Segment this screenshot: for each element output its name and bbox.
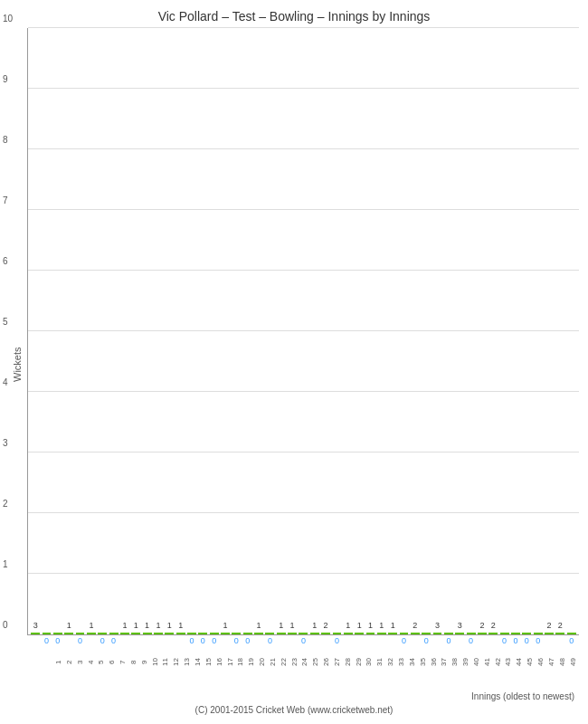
bar (43, 633, 52, 634)
bar-value-label: 1 (312, 621, 317, 630)
plot-area: 3001010011111100010010110120111110203030… (27, 28, 579, 635)
bar-group: 2 (477, 633, 488, 634)
bar (210, 633, 219, 634)
bar-group: 0 (41, 633, 52, 634)
chart-area: Wickets 30010100111111000100101101201111… (9, 28, 579, 701)
bar-group: 0 (74, 633, 85, 634)
x-tick-label: 38 (450, 637, 461, 687)
bar: 2 (488, 633, 498, 634)
x-tick-label: 34 (408, 637, 419, 687)
y-tick-label: 3 (3, 438, 8, 448)
bar-group: 1 (376, 633, 387, 634)
x-tick-label: 7 (119, 637, 129, 687)
bar: 1 (176, 633, 185, 634)
bar: 1 (310, 633, 319, 634)
bar-group: 0 (331, 633, 342, 634)
bar-group: 1 (164, 633, 175, 634)
x-tick-label: 19 (247, 637, 258, 687)
bar-group: 0 (421, 633, 432, 634)
x-tick-label: 10 (151, 637, 162, 687)
bar-value-label: 1 (391, 621, 395, 630)
bar-group: 0 (97, 633, 108, 634)
bar-group: 3 (30, 633, 41, 634)
bar (500, 633, 509, 634)
bar-value-label: 3 (33, 621, 38, 630)
y-tick-label: 2 (3, 499, 8, 509)
bar-group: 1 (365, 633, 375, 634)
bar-group: 2 (410, 633, 421, 634)
bar: 1 (377, 633, 386, 634)
bar (534, 633, 543, 634)
bar-group: 0 (231, 633, 242, 634)
bar: 1 (366, 633, 375, 634)
bar (522, 633, 531, 634)
y-axis-label: Wickets (9, 28, 25, 701)
x-tick-label: 11 (161, 637, 172, 687)
x-tick-label: 39 (461, 637, 472, 687)
y-tick-label: 9 (3, 74, 8, 84)
x-tick-label: 24 (300, 637, 311, 687)
x-tick-label: 44 (515, 637, 526, 687)
bar-group: 0 (566, 633, 577, 634)
bar-group: 1 (119, 633, 130, 634)
bar (187, 633, 196, 634)
x-tick-label: 6 (108, 637, 119, 687)
x-tick-label: 35 (419, 637, 430, 687)
bar-group: 2 (488, 633, 498, 634)
bar (109, 633, 119, 634)
bar-value-label: 2 (324, 621, 328, 630)
bar (299, 633, 308, 634)
bar (53, 633, 62, 634)
bar-value-label: 1 (89, 621, 93, 630)
bar-group: 0 (197, 633, 208, 634)
y-tick-label: 4 (3, 377, 8, 387)
bar: 1 (221, 633, 230, 634)
x-tick-label: 36 (430, 637, 441, 687)
bar-zero-label: 0 (44, 636, 49, 645)
bar: 3 (433, 633, 442, 634)
x-tick-label: 43 (504, 637, 515, 687)
bar-group: 1 (63, 633, 74, 634)
y-tick-label: 5 (3, 317, 8, 327)
x-tick-label: 9 (140, 637, 151, 687)
footer: (C) 2001-2015 Cricket Web (www.cricketwe… (195, 705, 394, 715)
bar-value-label: 1 (178, 621, 183, 630)
bar-group: 3 (454, 633, 465, 634)
x-tick-label: 26 (322, 637, 333, 687)
bar-group: 1 (220, 633, 231, 634)
bar: 2 (545, 633, 554, 634)
bar-group: 1 (287, 633, 298, 634)
bar-group: 0 (398, 633, 409, 634)
bar-group: 1 (253, 633, 264, 634)
bar: 1 (277, 633, 286, 634)
bar: 1 (64, 633, 73, 634)
bar (511, 633, 520, 634)
bar (422, 633, 431, 634)
y-tick-label: 7 (3, 195, 8, 205)
bar-value-label: 1 (134, 621, 138, 630)
bar-group: 3 (432, 633, 442, 634)
bar: 3 (455, 633, 464, 634)
x-tick-label: 3 (76, 637, 87, 687)
bar-group: 1 (153, 633, 164, 634)
bar: 1 (344, 633, 353, 634)
x-tick-label: 33 (397, 637, 408, 687)
x-tick-label: 30 (365, 637, 375, 687)
bar (333, 633, 342, 634)
bar-group: 1 (175, 633, 185, 634)
bar-value-label: 3 (458, 621, 462, 630)
bar-value-label: 2 (546, 621, 551, 630)
bar-group: 1 (276, 633, 287, 634)
bar-group: 2 (320, 633, 331, 634)
bar-group: 0 (186, 633, 197, 634)
x-tick-label: 13 (183, 637, 194, 687)
x-tick-label: 4 (87, 637, 98, 687)
bar-value-label: 1 (223, 621, 228, 630)
bar: 3 (31, 633, 40, 634)
bar: 1 (355, 633, 364, 634)
bar-value-label: 2 (479, 621, 484, 630)
bar (98, 633, 107, 634)
bar-group: 0 (108, 633, 119, 634)
bar-group: 0 (532, 633, 543, 634)
bar-group: 0 (242, 633, 253, 634)
